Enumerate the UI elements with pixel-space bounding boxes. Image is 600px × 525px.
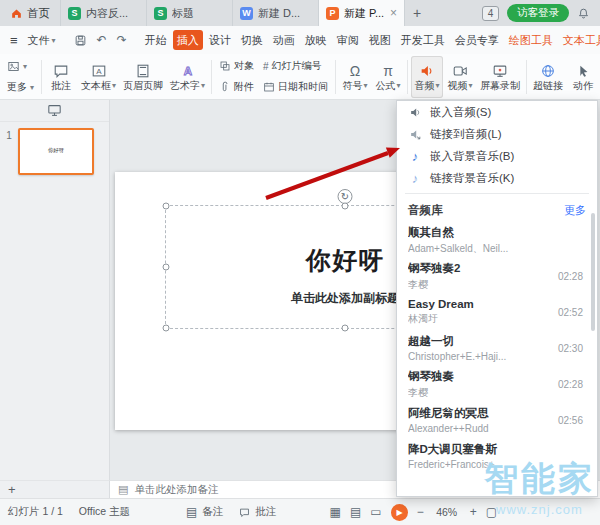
dropdown-scrollbar[interactable] [591,213,595,331]
pi-icon: π [383,62,393,79]
comment-button[interactable]: 批注 [45,56,77,98]
home-tab[interactable]: 首页 [0,0,61,26]
tab-slideshow[interactable]: 放映 [301,30,331,50]
slideshow-play-button[interactable]: ▶ [391,504,408,521]
audio-track-row[interactable]: 阿维尼翁的冥思Alexander++Rudd 02:56 [397,402,597,438]
wordart-button[interactable]: A 艺术字▾ [167,56,208,98]
header-footer-label: 页眉页脚 [123,81,163,91]
chevron-down-icon: ▾ [23,62,27,71]
fit-slide-button[interactable]: ▢ [486,505,497,519]
speaker-icon [408,106,422,119]
action-pointer-icon [575,62,591,79]
doc-tab-1[interactable]: S 内容反... [61,0,147,26]
doc-tab-3[interactable]: W 新建 D... [233,0,319,26]
slide-number-button[interactable]: # 幻灯片编号 [259,57,332,76]
speaker-icon [419,62,435,79]
zoom-level[interactable]: 46% [433,506,461,518]
textbox-button[interactable]: A 文本框▾ [78,56,119,98]
tab-design[interactable]: 设计 [205,30,235,50]
plus-icon: + [413,5,421,21]
file-menu-button[interactable]: 文件 ▾ [24,30,60,50]
more-link[interactable]: 更多 [564,203,586,218]
attachment-label: 附件 [234,80,254,94]
slides-view-icon[interactable] [47,104,62,117]
doc-tab-4-active[interactable]: P 新建 P... × [319,0,405,26]
insert-image-button[interactable]: ▾ [3,57,38,76]
undo-button[interactable]: ↶ [93,30,111,50]
wordart-label: 艺术字 [170,81,200,91]
normal-view-icon[interactable]: ▦ [330,505,341,519]
reading-view-icon[interactable]: ▭ [370,505,381,519]
tab-review[interactable]: 审阅 [333,30,363,50]
music-note-icon: ♪ [408,149,422,164]
divider [211,60,212,94]
object-button[interactable]: 对象 [215,57,258,76]
menu-item-link-audio[interactable]: 链接到音频(L) [397,123,597,145]
audio-track-row[interactable]: Easy Dream林濁圩 02:52 [397,294,597,330]
formula-button[interactable]: π 公式▾ [372,56,404,98]
save-button[interactable] [70,30,91,50]
play-icon: ▶ [397,508,403,517]
symbol-button[interactable]: Ω 符号▾ [339,56,371,98]
tab-member[interactable]: 会员专享 [451,30,503,50]
menu-item-embed-audio[interactable]: 嵌入音频(S) [397,101,597,123]
theme-indicator[interactable]: Office 主题 [79,505,130,519]
login-button[interactable]: 访客登录 [507,4,569,22]
hyperlink-button[interactable]: 超链接 [530,56,566,98]
audio-track-row[interactable]: 顺其自然Adam+Salkeld、Neil... [397,222,597,258]
track-artist: 林濁圩 [408,312,552,326]
audio-button[interactable]: 音频▾ [411,56,443,98]
tab-text-tools[interactable]: 文本工具 [559,30,600,50]
resize-handle-n[interactable] [342,203,349,210]
resize-handle-s[interactable] [342,325,349,332]
audio-track-row[interactable]: 降D大调贝塞鲁斯Frederic+Francois+... [397,438,597,474]
divider [407,60,408,94]
tab-drawing-tools[interactable]: 绘图工具 [505,30,557,50]
datetime-button[interactable]: 日期和时间 [259,78,332,97]
doc-tab-2[interactable]: S 标题 [147,0,233,26]
header-footer-button[interactable]: 页眉页脚 [120,56,166,98]
zoom-in-button[interactable]: + [470,505,477,519]
hamburger-menu-button[interactable]: ≡ [6,30,22,50]
menu-item-link-background-music[interactable]: ♪ 链接背景音乐(K) [397,167,597,189]
tab-start[interactable]: 开始 [141,30,171,50]
screen-record-button[interactable]: 屏幕录制 [477,56,523,98]
audio-track-row[interactable]: 钢琴独奏2李樱 02:28 [397,258,597,294]
resize-handle-nw[interactable] [163,203,170,210]
comments-toggle[interactable]: 批注 [239,505,276,519]
track-artist: Adam+Salkeld、Neil... [408,242,577,256]
speaker-link-icon [408,128,422,141]
tab-transition[interactable]: 切换 [237,30,267,50]
file-menu-label: 文件 [28,33,50,48]
resize-handle-sw[interactable] [163,325,170,332]
tab-view[interactable]: 视图 [365,30,395,50]
notes-toggle[interactable]: ▤ 备注 [186,505,223,519]
bell-icon[interactable] [577,7,590,20]
screen-record-label: 屏幕录制 [480,81,520,91]
tab-devtools[interactable]: 开发工具 [397,30,449,50]
slide-thumbnail[interactable]: 你好呀 [18,128,94,175]
textbox-icon: A [91,62,107,79]
music-note-link-icon: ♪ [408,171,422,186]
close-icon[interactable]: × [390,7,397,19]
action-button[interactable]: 动作 [567,56,599,98]
zoom-out-button[interactable]: − [417,505,424,519]
tab-insert[interactable]: 插入 [173,30,203,50]
new-tab-button[interactable]: + [405,0,429,26]
redo-button[interactable]: ↷ [113,30,131,50]
audio-track-row[interactable]: 钢琴独奏李樱 02:28 [397,366,597,402]
slide-number-icon: # [263,61,269,72]
tab-animation[interactable]: 动画 [269,30,299,50]
redo-icon: ↷ [117,33,127,47]
more-button[interactable]: 更多 ▾ [3,78,38,97]
slide-sorter-view-icon[interactable]: ▤ [350,505,361,519]
menu-item-embed-background-music[interactable]: ♪ 嵌入背景音乐(B) [397,145,597,167]
audio-track-row[interactable]: 超越一切Christopher+E.+Haji... 02:30 [397,330,597,366]
video-button[interactable]: 视频▾ [444,56,476,98]
new-slide-button[interactable]: + [8,483,16,496]
tab-list-button[interactable]: 4 [482,6,499,21]
hyperlink-label: 超链接 [533,81,563,91]
thumbnail-title-text: 你好呀 [24,146,89,154]
divider [526,60,527,94]
attachment-button[interactable]: 附件 [215,78,258,97]
